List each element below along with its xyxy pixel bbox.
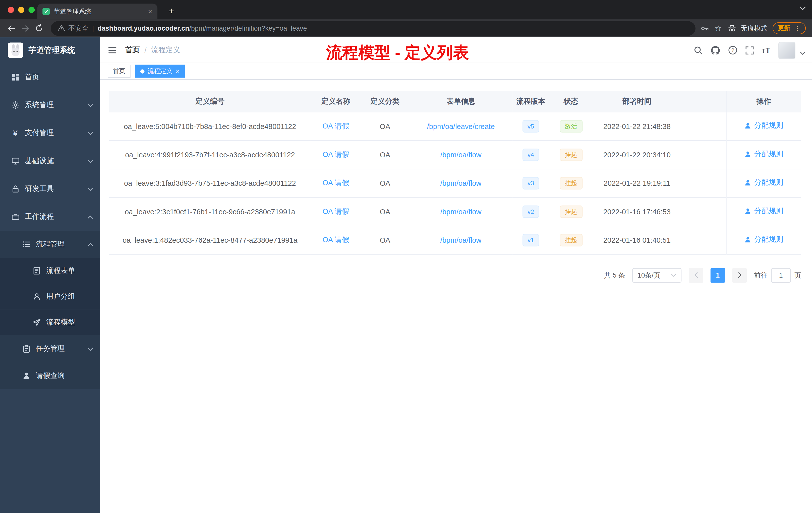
version-tag: v5 [522,120,539,132]
definition-name-link[interactable]: OA 请假 [323,207,349,215]
tag-close-icon[interactable]: × [175,68,179,74]
app-title: 芋道管理系统 [28,45,75,55]
sidebar-item-home[interactable]: 首页 [0,63,100,91]
deploy-time: 2022-01-22 21:48:38 [603,122,671,130]
sidebar-item-label: 请假查询 [36,371,100,381]
sidebar-item-workflow[interactable]: 工作流程 [0,203,100,231]
gear-icon [11,101,20,109]
sidebar-item-payment[interactable]: ¥ 支付管理 [0,119,100,147]
prev-page-button[interactable] [689,268,703,282]
definition-name-link[interactable]: OA 请假 [323,121,349,130]
url-divider: | [92,24,94,32]
column-header: 部署时间 [593,91,681,112]
password-key-icon[interactable] [700,24,709,33]
user-icon [744,179,752,186]
sidebar-item-label: 系统管理 [25,100,82,110]
tab-favicon [42,8,50,15]
browser-tab[interactable]: 芋道管理系统 × [37,3,158,19]
form-link[interactable]: /bpm/oa/flow [440,236,482,244]
url-domain: dashboard.yudao.iocoder.cn [98,24,189,32]
briefcase-icon [11,213,20,221]
form-link[interactable]: /bpm/oa/flow [440,207,482,216]
sidebar: 芋道管理系统 首页 系统管理 ¥ 支付管理 基础设施 [0,37,100,513]
minimize-window-button[interactable] [18,6,24,13]
sidebar-item-process-management[interactable]: 流程管理 [0,231,100,258]
sidebar-item-infrastructure[interactable]: 基础设施 [0,147,100,175]
status-badge: 挂起 [560,177,582,189]
yen-icon: ¥ [11,129,20,137]
navbar-actions: ? тT [693,37,805,63]
form-link[interactable]: /bpm/oa/leave/create [427,122,495,130]
window-controls [0,6,42,13]
assign-rule-button[interactable]: 分配规则 [744,235,783,244]
definition-id: oa_leave:5:004b710b-7b8a-11ec-8ef0-acde4… [124,122,296,130]
sidebar-item-process-model[interactable]: 流程模型 [0,309,100,335]
fullscreen-icon[interactable] [745,46,754,55]
dashboard-icon [11,73,20,81]
github-icon[interactable] [710,45,720,55]
search-icon[interactable] [693,46,702,55]
tab-close-icon[interactable]: × [148,8,152,15]
form-link[interactable]: /bpm/oa/flow [440,179,482,187]
browser-menu-icon[interactable]: ⋮ [794,24,801,32]
breadcrumb-current: 流程定义 [151,45,180,55]
assign-rule-button[interactable]: 分配规则 [744,178,783,187]
annotation-overlay: 流程模型 - 定义列表 [326,42,469,64]
sidebar-item-label: 工作流程 [25,212,82,221]
logo-row[interactable]: 芋道管理系统 [0,37,100,63]
tag-home[interactable]: 首页 [108,65,130,78]
assign-rule-button[interactable]: 分配规则 [744,121,783,130]
chevron-down-icon [88,103,93,107]
address-bar[interactable]: 不安全 | dashboard.yudao.iocoder.cn/bpm/man… [51,21,695,36]
pagination: 共 5 条 10条/页 1 前往 页 [109,268,801,282]
warning-triangle-icon [58,24,65,32]
column-header: 表单信息 [409,91,513,112]
definition-name-link[interactable]: OA 请假 [323,178,349,187]
next-page-button[interactable] [732,268,747,282]
breadcrumb-home[interactable]: 首页 [125,45,140,55]
sidebar-toggle-icon[interactable] [108,45,117,55]
bookmark-star-icon[interactable]: ☆ [715,23,722,33]
chevron-down-icon [88,347,93,351]
update-chip[interactable]: 更新 ⋮ [773,22,806,34]
sidebar-item-task-management[interactable]: 任务管理 [0,336,100,362]
tab-search-chevron-icon[interactable] [800,6,806,10]
security-warning[interactable]: 不安全 [58,24,89,33]
page-size-select[interactable]: 10条/页 [632,268,682,282]
sidebar-item-user-group[interactable]: 用户分组 [0,283,100,309]
close-window-button[interactable] [8,6,14,13]
back-icon[interactable] [4,21,18,35]
definition-name-link[interactable]: OA 请假 [323,150,349,158]
assign-rule-button[interactable]: 分配规则 [744,150,783,159]
list-icon [22,240,31,248]
new-tab-button[interactable]: + [165,4,178,18]
sidebar-item-leave-query[interactable]: 请假查询 [0,362,100,389]
maximize-window-button[interactable] [28,6,35,13]
help-icon[interactable]: ? [728,46,737,55]
definition-name-link[interactable]: OA 请假 [323,235,349,243]
assign-rule-button[interactable]: 分配规则 [744,207,783,216]
table-row: oa_leave:5:004b710b-7b8a-11ec-8ef0-acde4… [109,112,801,140]
sidebar-item-process-form[interactable]: 流程表单 [0,258,100,283]
tag-process-definition[interactable]: 流程定义 × [135,65,184,78]
column-header: 定义分类 [361,91,409,112]
chevron-down-icon [88,159,93,163]
active-tag-dot [140,69,145,73]
goto-unit: 页 [794,271,801,280]
reload-icon[interactable] [32,21,46,35]
sidebar-item-devtools[interactable]: 研发工具 [0,175,100,203]
definition-category: OA [380,122,390,130]
definition-id: oa_leave:1:482ec033-762a-11ec-8477-a2380… [122,236,297,244]
form-link[interactable]: /bpm/oa/flow [440,150,482,159]
deploy-time: 2022-01-22 19:19:11 [604,179,670,187]
font-size-icon[interactable]: тT [761,46,771,55]
tags-view: 首页 流程定义 × [100,63,812,80]
avatar[interactable] [778,42,795,59]
forward-icon[interactable] [18,21,32,35]
sidebar-item-system[interactable]: 系统管理 [0,91,100,119]
avatar-caret-icon[interactable] [800,52,806,55]
goto-page-input[interactable] [771,268,791,282]
deploy-time: 2022-01-16 01:40:51 [603,236,671,244]
toolbar-right: ☆ 无痕模式 更新 ⋮ [700,22,808,34]
current-page-button[interactable]: 1 [710,268,725,282]
